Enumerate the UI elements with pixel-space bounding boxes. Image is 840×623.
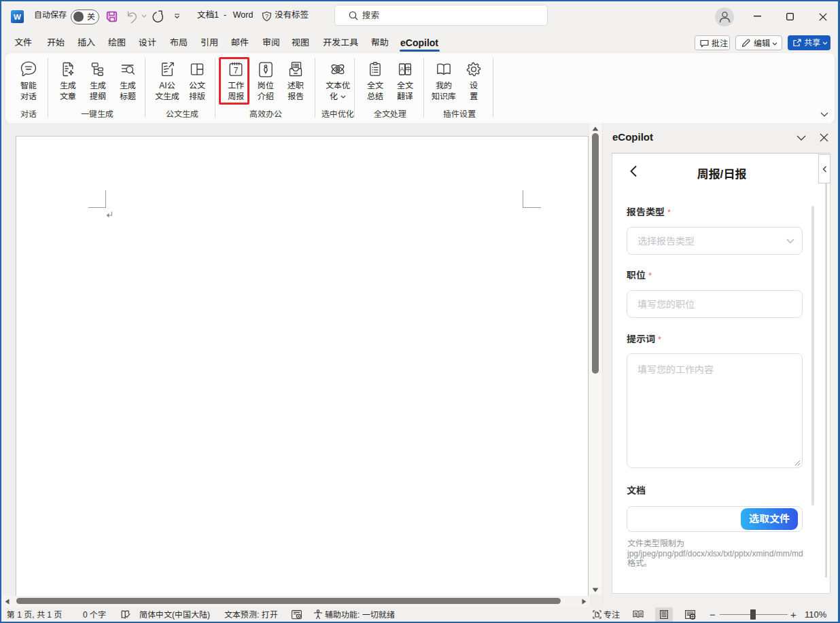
svg-text:中: 中 bbox=[405, 66, 411, 73]
svg-text:W: W bbox=[14, 13, 21, 21]
svg-text:A: A bbox=[400, 66, 404, 73]
svg-text:?: ? bbox=[265, 13, 268, 20]
